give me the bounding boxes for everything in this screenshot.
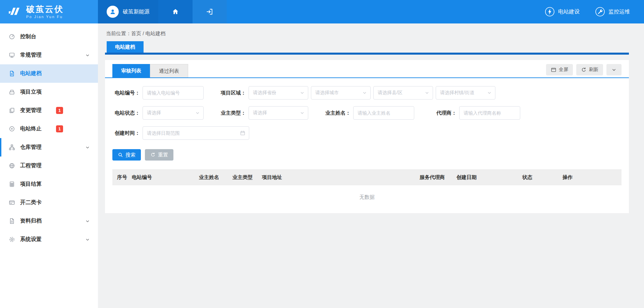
filter-row-2: 电站状态： 请选择 业主类型： 请选择 业主姓名：	[112, 106, 622, 120]
breadcrumb-path[interactable]: 首页 / 电站建档	[131, 30, 166, 36]
main-content: 当前位置：首页 / 电站建档 电站建档 审核列表 通过列表 全屏 刷新	[98, 0, 644, 308]
home-button[interactable]	[158, 0, 193, 23]
owner-type-select[interactable]: 请选择	[249, 106, 308, 120]
logout-button[interactable]	[193, 0, 227, 23]
refresh-button[interactable]: 刷新	[576, 64, 603, 75]
page-tab-station-archive[interactable]: 电站建档	[107, 41, 144, 53]
tab-review-list[interactable]: 审核列表	[112, 64, 150, 77]
column-header-owner-type: 业主类型	[228, 169, 258, 185]
monitor-icon	[9, 52, 15, 58]
date-range-input[interactable]	[143, 126, 249, 140]
sidebar-item-label: 工程管理	[20, 162, 42, 169]
column-header-station-no: 电站编号	[128, 169, 195, 185]
station-status-select[interactable]: 请选择	[143, 106, 204, 120]
logo-icon	[7, 6, 21, 18]
create-time-label: 创建时间：	[112, 130, 140, 136]
page-tab-bar	[105, 53, 629, 55]
copy-icon	[9, 107, 15, 114]
document-icon	[9, 70, 15, 77]
sidebar-item-change-management[interactable]: 变更管理 1	[0, 101, 98, 120]
station-no-label: 电站编号：	[112, 90, 140, 96]
sidebar: 控制台 常规管理 电站建档 项目立项	[0, 23, 98, 308]
tab-passed-list[interactable]: 通过列表	[150, 64, 188, 77]
panel-toolbar: 全屏 刷新	[546, 64, 622, 75]
gear-icon	[9, 236, 15, 243]
chevron-down-icon	[300, 90, 305, 95]
column-header-status: 状态	[518, 169, 558, 185]
filter-row-3: 创建时间：	[112, 126, 622, 140]
sidebar-item-label: 系统设置	[20, 236, 42, 243]
search-label: 搜索	[125, 152, 136, 158]
sidebar-item-general-management[interactable]: 常规管理	[0, 46, 98, 64]
sidebar-item-console[interactable]: 控制台	[0, 27, 98, 46]
sidebar-item-station-archive[interactable]: 电站建档	[0, 64, 98, 83]
nav-station-construction[interactable]: 电站建设	[545, 7, 580, 17]
county-select[interactable]: 请选择县/区	[373, 86, 433, 100]
sidebar-item-project-initiation[interactable]: 项目立项	[0, 83, 98, 101]
filter-station-no: 电站编号：	[112, 86, 204, 100]
breadcrumb-prefix: 当前位置：	[106, 30, 131, 36]
chevron-down-icon	[85, 145, 90, 150]
province-select[interactable]: 请选择省份	[249, 86, 308, 100]
sidebar-item-engineering-management[interactable]: 工程管理	[0, 157, 98, 175]
sidebar-item-type2-card[interactable]: 开二类卡	[0, 193, 98, 212]
city-select[interactable]: 请选择城市	[311, 86, 371, 100]
sidebar-item-station-termination[interactable]: 电站终止 1	[0, 120, 98, 138]
reset-button[interactable]: 重置	[145, 149, 173, 161]
column-header-create-date: 创建日期	[452, 169, 518, 185]
app-logo: 破茧云伏 Po Jian Yun Fu	[0, 0, 98, 23]
sidebar-item-system-settings[interactable]: 系统设置	[0, 230, 98, 249]
globe-icon	[9, 163, 15, 169]
village-select[interactable]: 请选择村镇/街道	[436, 86, 495, 100]
user-icon	[109, 8, 116, 15]
target-icon	[9, 126, 15, 132]
nav-label: 电站建设	[558, 8, 580, 15]
chevron-down-icon	[362, 90, 367, 95]
sidebar-item-label: 电站建档	[20, 70, 42, 77]
date-range-picker[interactable]	[143, 126, 249, 140]
collapse-panel-button[interactable]	[606, 64, 622, 75]
sidebar-item-project-settlement[interactable]: 项目结算	[0, 175, 98, 193]
table-header-row: 序号 电站编号 业主姓名 业主类型 项目地址 服务代理商 创建日期 状态 操作	[112, 169, 622, 185]
company-name: 破茧新能源	[123, 8, 150, 15]
wrench-icon	[595, 7, 605, 17]
sidebar-item-warehouse-management[interactable]: 仓库管理	[0, 138, 98, 157]
filter-owner-type: 业主类型： 请选择	[218, 106, 308, 120]
column-header-index: 序号	[112, 169, 128, 185]
county-placeholder: 请选择县/区	[378, 90, 402, 96]
column-header-actions: 操作	[558, 169, 622, 185]
dashboard-icon	[9, 34, 15, 40]
badge: 1	[56, 125, 63, 132]
filter-create-time: 创建时间：	[112, 126, 249, 140]
nav-monitoring-ops[interactable]: 监控运维	[595, 7, 630, 17]
column-header-project-address: 项目地址	[258, 169, 416, 185]
owner-type-label: 业主类型：	[218, 110, 246, 116]
station-no-input[interactable]	[143, 86, 204, 100]
sidebar-item-label: 项目结算	[20, 181, 42, 188]
badge: 1	[56, 107, 63, 114]
city-placeholder: 请选择城市	[315, 90, 339, 96]
fullscreen-label: 全屏	[559, 67, 568, 73]
owner-name-input[interactable]	[353, 106, 414, 120]
village-placeholder: 请选择村镇/街道	[440, 90, 474, 96]
column-header-owner-name: 业主姓名	[195, 169, 228, 185]
filter-form: 电站编号： 项目区域： 请选择省份 请选择城市 请选择县/区	[105, 78, 629, 140]
sidebar-item-data-archive[interactable]: 资料归档	[0, 212, 98, 230]
user-menu[interactable]: 破茧新能源	[98, 0, 158, 23]
sitemap-icon	[9, 144, 15, 150]
chevron-down-icon	[195, 111, 200, 115]
agent-input[interactable]	[459, 106, 520, 120]
sidebar-item-label: 资料归档	[20, 218, 42, 225]
fullscreen-button[interactable]: 全屏	[546, 64, 573, 75]
chevron-down-icon	[85, 219, 90, 224]
results-table: 序号 电站编号 业主姓名 业主类型 项目地址 服务代理商 创建日期 状态 操作 …	[105, 161, 629, 204]
sidebar-item-label: 常规管理	[20, 52, 42, 59]
search-button[interactable]: 搜索	[112, 149, 141, 161]
app-header: 破茧云伏 Po Jian Yun Fu 破茧新能源	[0, 0, 644, 23]
document-icon	[9, 218, 15, 224]
status-placeholder: 请选择	[147, 110, 161, 116]
breadcrumb: 当前位置：首页 / 电站建档	[98, 23, 644, 41]
filter-agent: 代理商：	[429, 106, 520, 120]
owner-type-placeholder: 请选择	[253, 110, 267, 116]
filter-station-status: 电站状态： 请选择	[112, 106, 204, 120]
